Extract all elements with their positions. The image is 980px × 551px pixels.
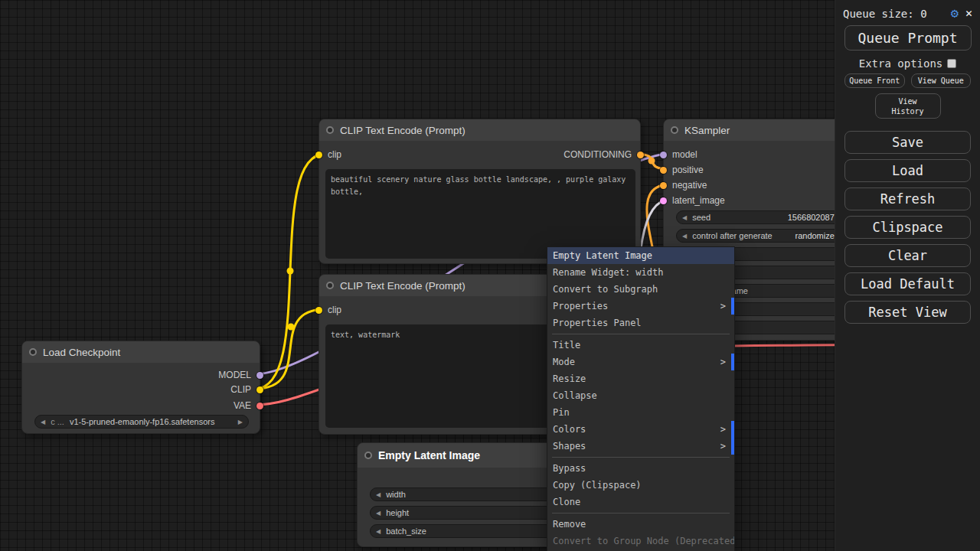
menu-item-convert-to-subgraph[interactable]: Convert to Subgraph xyxy=(547,281,734,298)
context-menu: Empty Latent Image Rename Widget: width … xyxy=(547,246,735,551)
vae-output-dot[interactable] xyxy=(256,403,263,409)
collapse-dot[interactable] xyxy=(29,348,37,356)
slot-label: VAE xyxy=(234,400,251,411)
menu-item-mode[interactable]: Mode > xyxy=(547,354,734,370)
submenu-arrow-icon: > xyxy=(720,357,729,367)
submenu-arrow-icon: > xyxy=(720,424,729,435)
load-button[interactable]: Load xyxy=(844,159,971,182)
close-menu-icon[interactable]: ✕ xyxy=(965,8,972,19)
node-title: CLIP Text Encode (Prompt) xyxy=(340,280,466,292)
context-menu-title: Empty Latent Image xyxy=(547,247,734,264)
reset-view-button[interactable]: Reset View xyxy=(844,301,971,324)
clear-button[interactable]: Clear xyxy=(844,244,971,267)
load-default-button[interactable]: Load Default xyxy=(844,272,971,295)
node-header[interactable]: Load Checkpoint xyxy=(22,341,260,363)
node-title: Empty Latent Image xyxy=(378,449,480,461)
widget-ckpt-name[interactable]: ◀ c ... v1-5-pruned-emaonly-fp16.safeten… xyxy=(34,415,249,429)
menu-item-properties[interactable]: Properties > xyxy=(547,298,734,315)
menu-item-colors[interactable]: Colors > xyxy=(547,421,734,438)
node-load-checkpoint[interactable]: Load Checkpoint MODEL CLIP VAE ◀ c ... v… xyxy=(21,341,260,434)
positive-input-dot[interactable] xyxy=(660,167,667,174)
widget-label: width xyxy=(386,490,406,499)
widget-value: randomize xyxy=(795,231,834,240)
slot-label: positive xyxy=(672,165,704,175)
prev-arrow-icon[interactable]: ◀ xyxy=(376,510,381,517)
refresh-button[interactable]: Refresh xyxy=(844,187,971,210)
menu-item-remove[interactable]: Remove xyxy=(547,516,734,533)
menu-separator xyxy=(552,457,730,458)
view-history-button[interactable]: View History xyxy=(875,93,941,119)
menu-item-clone[interactable]: Clone xyxy=(547,494,734,510)
widget-label: height xyxy=(386,508,409,517)
clip-output-dot[interactable] xyxy=(256,386,263,393)
view-queue-button[interactable]: View Queue xyxy=(911,73,972,88)
queue-front-button[interactable]: Queue Front xyxy=(844,73,905,88)
output-slot-model: MODEL xyxy=(218,368,253,382)
input-slot-model: model xyxy=(670,148,697,161)
next-arrow-icon[interactable]: ▶ xyxy=(238,419,243,425)
widget-label: batch_size xyxy=(386,527,426,536)
queue-prompt-button[interactable]: Queue Prompt xyxy=(844,25,972,51)
menu-button-stack: Save Load Refresh Clipspace Clear Load D… xyxy=(844,131,971,324)
link-midpoint-dot xyxy=(288,324,295,331)
input-slot-latent-image: latent_image xyxy=(670,194,725,207)
menu-item-shapes[interactable]: Shapes > xyxy=(547,438,734,455)
link-midpoint-dot xyxy=(287,268,294,275)
node-title: Load Checkpoint xyxy=(43,347,120,358)
node-header[interactable]: CLIP Text Encode (Prompt) xyxy=(319,119,640,141)
prev-arrow-icon[interactable]: ◀ xyxy=(376,528,381,535)
menu-item-pin[interactable]: Pin xyxy=(547,404,734,421)
latent-input-dot[interactable] xyxy=(660,197,667,204)
comfy-menu-panel: Queue size: 0 ⚙ ✕ Queue Prompt Extra opt… xyxy=(835,0,980,551)
prev-arrow-icon[interactable]: ◀ xyxy=(41,419,45,425)
widget-value: v1-5-pruned-emaonly-fp16.safetensors xyxy=(70,417,215,426)
wire-clip-negative xyxy=(255,309,325,389)
graph-canvas[interactable]: Load Checkpoint MODEL CLIP VAE ◀ c ... v… xyxy=(0,0,980,551)
node-clip-text-encode-positive[interactable]: CLIP Text Encode (Prompt) clip CONDITION… xyxy=(318,119,641,264)
extra-options-checkbox[interactable] xyxy=(947,59,956,68)
model-output-dot[interactable] xyxy=(256,372,263,379)
submenu-arrow-icon: > xyxy=(720,301,729,311)
menu-item-label: Shapes xyxy=(553,441,586,452)
menu-separator xyxy=(552,334,730,334)
menu-item-resize[interactable]: Resize xyxy=(547,370,734,387)
menu-item-copy-clipspace[interactable]: Copy (Clipspace) xyxy=(547,477,734,494)
conditioning-output-dot[interactable] xyxy=(637,152,644,158)
widget-seed[interactable]: ◀ seed 1566802087 ▶ xyxy=(676,210,851,224)
model-input-dot[interactable] xyxy=(660,152,667,158)
clipspace-button[interactable]: Clipspace xyxy=(844,216,971,239)
slot-label: clip xyxy=(328,149,341,160)
collapse-dot[interactable] xyxy=(671,126,678,134)
menu-item-label: Properties xyxy=(553,301,608,311)
positive-prompt-textarea[interactable]: beautiful scenery nature glass bottle la… xyxy=(325,169,635,259)
clip-input-dot[interactable] xyxy=(315,307,322,314)
menu-item-convert-to-group-node: Convert to Group Node (Deprecated) xyxy=(547,533,734,549)
widget-label: c ... xyxy=(51,417,64,426)
prev-arrow-icon[interactable]: ◀ xyxy=(682,214,687,221)
output-slot-conditioning: CONDITIONING xyxy=(564,148,634,161)
input-slot-clip: clip xyxy=(325,303,341,317)
collapse-dot[interactable] xyxy=(326,126,334,134)
slot-label: latent_image xyxy=(672,195,725,206)
queue-actions-row: Queue Front View Queue xyxy=(844,73,971,88)
slot-label: negative xyxy=(672,180,707,191)
prev-arrow-icon[interactable]: ◀ xyxy=(376,491,381,498)
settings-gear-icon[interactable]: ⚙ xyxy=(951,7,959,20)
collapse-dot[interactable] xyxy=(364,452,372,459)
save-button[interactable]: Save xyxy=(844,131,971,154)
clip-input-dot[interactable] xyxy=(315,152,322,158)
collapse-dot[interactable] xyxy=(326,282,334,289)
node-header[interactable]: KSampler xyxy=(664,119,861,141)
node-title: CLIP Text Encode (Prompt) xyxy=(340,125,466,136)
menu-item-bypass[interactable]: Bypass xyxy=(547,460,734,477)
widget-control-after-generate[interactable]: ◀ control after generate randomize ▶ xyxy=(676,229,851,243)
input-slot-positive: positive xyxy=(670,163,704,177)
prev-arrow-icon[interactable]: ◀ xyxy=(682,233,687,240)
output-slot-vae: VAE xyxy=(234,399,253,412)
menu-item-title[interactable]: Title xyxy=(547,337,734,354)
menu-item-properties-panel[interactable]: Properties Panel xyxy=(547,315,734,331)
negative-input-dot[interactable] xyxy=(660,182,667,189)
extra-options-label: Extra options xyxy=(859,57,943,70)
menu-item-rename-widget-width[interactable]: Rename Widget: width xyxy=(547,264,734,281)
menu-item-collapse[interactable]: Collapse xyxy=(547,387,734,404)
